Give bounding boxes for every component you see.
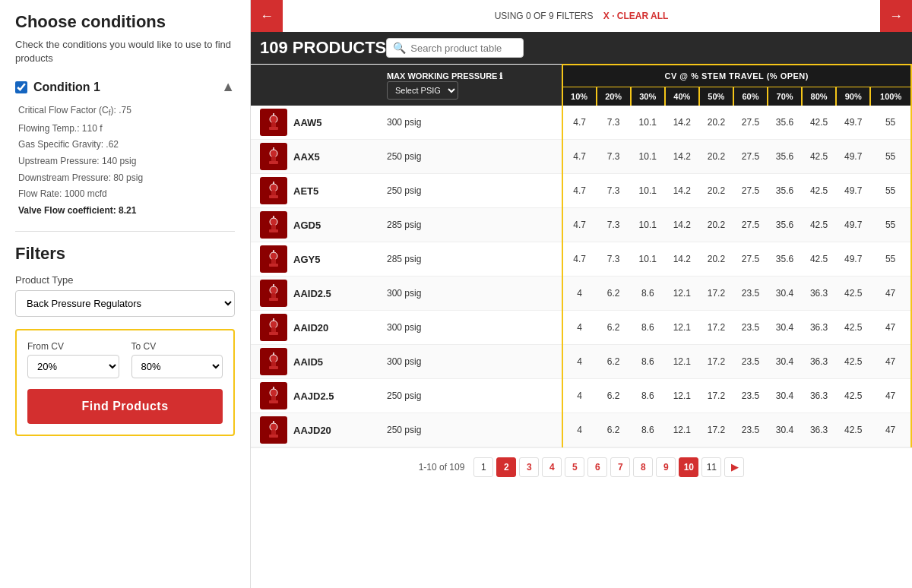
cv-value-cell: 7.3 bbox=[597, 208, 631, 242]
pressure-cell: 285 psig bbox=[381, 208, 562, 242]
condition-collapse-icon[interactable]: ▲ bbox=[221, 79, 235, 95]
product-cell[interactable]: AAID5 bbox=[251, 345, 381, 379]
product-cell[interactable]: AAID20 bbox=[251, 311, 381, 345]
table-row: AGY5 285 psig4.77.310.114.220.227.535.64… bbox=[251, 242, 911, 277]
prev-arrow-button[interactable]: ← bbox=[251, 0, 283, 32]
col-header-pressure: MAX WORKING PRESSURE ℹ Select PSIG 100 P… bbox=[381, 65, 562, 106]
cv-value-cell: 7.3 bbox=[597, 106, 631, 140]
product-cell[interactable]: AAX5 bbox=[251, 140, 381, 174]
pressure-cell: 285 psig bbox=[381, 242, 562, 277]
product-cell[interactable]: AGY5 bbox=[251, 242, 381, 277]
svg-rect-22 bbox=[269, 298, 278, 301]
page-btn-9[interactable]: 9 bbox=[656, 457, 676, 477]
from-cv-select[interactable]: 10%20%30% 40%50%60% 70%80%90%100% bbox=[27, 355, 119, 378]
product-name: AGY5 bbox=[293, 254, 320, 265]
page-btn-4[interactable]: 4 bbox=[542, 457, 562, 477]
table-row: AAID2.5 300 psig46.28.612.117.223.530.43… bbox=[251, 277, 911, 311]
svg-point-36 bbox=[270, 423, 277, 431]
svg-rect-26 bbox=[269, 332, 278, 335]
search-box[interactable]: 🔍 bbox=[386, 38, 524, 58]
page-btn-5[interactable]: 5 bbox=[565, 457, 584, 477]
svg-rect-10 bbox=[269, 195, 278, 198]
find-products-button[interactable]: Find Products bbox=[27, 389, 223, 424]
condition-detail-3: Gas Specific Gravity: .62 bbox=[18, 137, 235, 153]
product-cell[interactable]: AAJD2.5 bbox=[251, 379, 381, 413]
page-btn-next[interactable]: ▶ bbox=[724, 457, 744, 477]
cv-value-cell: 42.5 bbox=[836, 379, 870, 413]
cv-col-10: 10% bbox=[562, 87, 597, 106]
pagination-info: 1-10 of 109 bbox=[419, 462, 465, 473]
cv-value-cell: 17.2 bbox=[699, 413, 733, 447]
cv-value-cell: 10.1 bbox=[631, 106, 665, 140]
condition-detail-1: Critical Flow Factor (Cf): .75 bbox=[18, 103, 235, 120]
cv-value-cell: 8.6 bbox=[631, 277, 665, 311]
product-count: 109 PRODUCTS bbox=[260, 38, 386, 58]
page-btn-7[interactable]: 7 bbox=[610, 457, 630, 477]
product-cell[interactable]: AET5 bbox=[251, 174, 381, 208]
page-btn-8[interactable]: 8 bbox=[633, 457, 653, 477]
product-cell[interactable]: AAJD20 bbox=[251, 413, 381, 447]
cv-value-cell: 49.7 bbox=[836, 242, 870, 277]
valve-icon bbox=[263, 419, 284, 441]
cv-value-cell: 55 bbox=[870, 174, 911, 208]
page-btn-1[interactable]: 1 bbox=[473, 457, 493, 477]
valve-icon bbox=[263, 317, 284, 338]
product-cell[interactable]: AGD5 bbox=[251, 208, 381, 242]
product-name: AAID2.5 bbox=[293, 288, 331, 299]
to-cv-select[interactable]: 10%20%30% 40%50%60% 70%80%90%100% bbox=[131, 355, 223, 378]
condition-details: Critical Flow Factor (Cf): .75 Flowing T… bbox=[15, 103, 235, 219]
product-name: AAID20 bbox=[293, 322, 328, 334]
svg-point-8 bbox=[270, 184, 277, 191]
cv-value-cell: 10.1 bbox=[631, 140, 665, 174]
cv-value-cell: 7.3 bbox=[597, 174, 631, 208]
svg-point-12 bbox=[270, 218, 277, 226]
valve-icon bbox=[263, 283, 284, 304]
cv-value-cell: 20.2 bbox=[699, 106, 733, 140]
product-name: AAID5 bbox=[293, 356, 323, 368]
cv-col-60: 60% bbox=[733, 87, 768, 106]
condition-cv: Valve Flow coefficient: 8.21 bbox=[18, 203, 235, 220]
condition-checkbox[interactable] bbox=[15, 81, 27, 93]
search-icon: 🔍 bbox=[393, 42, 406, 54]
cv-col-100: 100% bbox=[870, 87, 911, 106]
cv-col-20: 20% bbox=[597, 87, 631, 106]
page-btn-6[interactable]: 6 bbox=[587, 457, 607, 477]
cv-col-70: 70% bbox=[768, 87, 802, 106]
product-cell[interactable]: AAW5 bbox=[251, 106, 381, 140]
product-type-select[interactable]: Back Pressure Regulators Pressure Reduci… bbox=[15, 290, 235, 317]
svg-point-0 bbox=[270, 115, 277, 123]
cv-value-cell: 36.3 bbox=[802, 311, 836, 345]
cv-value-cell: 4.7 bbox=[562, 208, 597, 242]
pressure-select[interactable]: Select PSIG 100 PSIG150 PSIG200 PSIG 250… bbox=[387, 81, 458, 100]
cv-value-cell: 4.7 bbox=[562, 106, 597, 140]
svg-point-20 bbox=[270, 286, 277, 294]
cv-value-cell: 55 bbox=[870, 208, 911, 242]
table-row: AGD5 285 psig4.77.310.114.220.227.535.64… bbox=[251, 208, 911, 242]
cv-group-header: CV @ % STEM TRAVEL (% OPEN) bbox=[562, 65, 911, 87]
cv-value-cell: 42.5 bbox=[802, 140, 836, 174]
next-arrow-button[interactable]: → bbox=[880, 0, 912, 32]
product-cell[interactable]: AAID2.5 bbox=[251, 277, 381, 311]
page-btn-3[interactable]: 3 bbox=[519, 457, 539, 477]
cv-col-50: 50% bbox=[699, 87, 733, 106]
page-btn-11[interactable]: 11 bbox=[701, 457, 721, 477]
search-input[interactable] bbox=[410, 43, 517, 54]
table-row: AAJD2.5 250 psig46.28.612.117.223.530.43… bbox=[251, 379, 911, 413]
cv-value-cell: 6.2 bbox=[597, 345, 631, 379]
cv-value-cell: 27.5 bbox=[733, 208, 768, 242]
valve-icon bbox=[263, 351, 284, 372]
svg-rect-18 bbox=[269, 264, 278, 267]
cv-value-cell: 6.2 bbox=[597, 379, 631, 413]
clear-all-button[interactable]: X · CLEAR ALL bbox=[603, 11, 669, 21]
cv-value-cell: 42.5 bbox=[836, 345, 870, 379]
cv-value-cell: 55 bbox=[870, 140, 911, 174]
product-name: AAJD20 bbox=[293, 425, 331, 436]
page-btn-2[interactable]: 2 bbox=[496, 457, 516, 477]
cv-value-cell: 36.3 bbox=[802, 413, 836, 447]
table-row: AAX5 250 psig4.77.310.114.220.227.535.64… bbox=[251, 140, 911, 174]
page-btn-10[interactable]: 10 bbox=[679, 457, 698, 477]
valve-icon bbox=[263, 214, 284, 236]
table-row: AET5 250 psig4.77.310.114.220.227.535.64… bbox=[251, 174, 911, 208]
cv-value-cell: 8.6 bbox=[631, 345, 665, 379]
right-panel: ← USING 0 OF 9 FILTERS X · CLEAR ALL → 1… bbox=[251, 0, 912, 588]
